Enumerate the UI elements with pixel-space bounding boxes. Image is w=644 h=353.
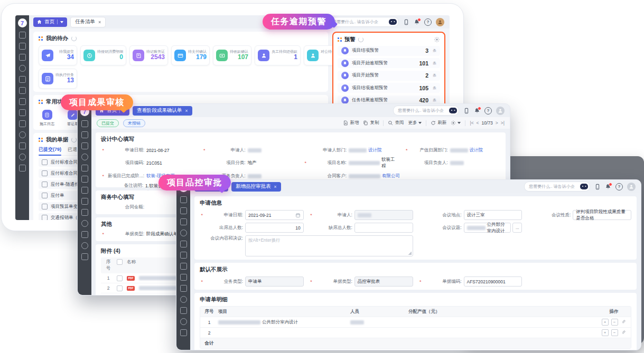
todo-card[interactable]: 待记账凭证2543 [129,45,168,65]
sidebar-folder-icon[interactable] [81,120,88,127]
user-avatar[interactable] [627,183,636,191]
remove-row-icon[interactable]: − [611,319,618,326]
sidebar-folder-icon[interactable] [19,32,26,39]
attend-count-input[interactable]: 10 [245,223,304,233]
sidebar-home-icon[interactable] [81,176,88,183]
next-page-button[interactable]: > [496,120,498,126]
sidebar-history-icon[interactable] [81,242,88,249]
sidebar-wallet-icon[interactable] [81,209,88,216]
sidebar-wallet-icon[interactable] [180,285,187,292]
more-button[interactable]: 更多 [408,120,422,126]
tab-task-list[interactable]: 任务清单 [70,17,106,27]
sidebar-bell-icon[interactable] [180,230,187,236]
sidebar-chart-icon[interactable] [180,307,187,314]
sidebar-tools-icon[interactable] [180,329,187,336]
date-input[interactable]: 2021-09-21 [245,210,304,220]
close-icon[interactable] [274,184,277,189]
last-page-button[interactable]: >| [501,120,505,126]
docs-tab-submitted[interactable]: 已提交(79) [39,146,61,153]
sidebar-book-icon[interactable] [180,218,187,225]
mobile-phone-icon[interactable] [463,108,470,114]
sidebar-tools-icon[interactable] [81,253,88,260]
sidebar-book-icon[interactable] [81,142,88,149]
view-button[interactable]: 查阅 [388,120,404,126]
sidebar-chart-icon[interactable] [19,142,26,149]
mobile-phone-icon[interactable] [594,184,601,190]
assistant-search-input[interactable]: 您需要什么.. 请告诉小企 [393,106,459,116]
assistant-robot-icon[interactable] [580,184,588,189]
select-all-checkbox[interactable] [117,259,123,265]
refresh-button[interactable]: 刷新 [431,120,446,126]
topic-input[interactable]: 公共部分室内设计 [464,223,511,233]
alert-row[interactable]: 项目结项逾期预警105条 [338,83,440,93]
doc-type-input[interactable]: 品控审批表 [354,276,413,287]
assistant-robot-icon[interactable] [449,108,457,113]
sidebar-home-icon[interactable] [19,87,26,94]
settings-gear-button[interactable] [451,120,461,126]
sidebar-chart-icon[interactable] [81,231,88,238]
doc-code-input[interactable]: AFS720210900001 [464,276,522,287]
prev-page-button[interactable]: < [477,120,479,126]
biz-type-input[interactable]: 申请单 [245,276,304,287]
refresh-icon[interactable] [358,37,363,42]
sidebar-wallet-icon[interactable] [19,120,26,127]
todo-card[interactable]: 待执行任务13 [39,69,77,89]
attach-row-icon[interactable] [621,319,627,325]
first-page-button[interactable]: |< [470,120,473,126]
todo-card[interactable]: 待收款确认107 [213,45,251,65]
copy-row-icon[interactable]: + [602,319,609,326]
sidebar-ledger-icon[interactable] [19,43,26,50]
customer-link[interactable]: 有限公司 [382,173,400,179]
notification-bell-icon[interactable] [414,19,420,25]
quick-item[interactable]: 签证单 [67,110,78,127]
row-checkbox[interactable] [117,275,123,281]
topic-more-button[interactable]: ... [512,223,522,233]
sidebar-home-icon[interactable] [180,252,187,259]
sidebar-grid-icon[interactable] [19,98,26,105]
sidebar-shield-icon[interactable] [19,76,26,83]
notification-bell-icon[interactable] [474,108,480,114]
sidebar-gear-icon[interactable] [81,220,88,227]
sidebar-shield-icon[interactable] [180,241,187,247]
help-icon[interactable] [424,18,432,26]
tab-quality-approval[interactable]: 新增品控审批表 [231,182,281,192]
app-logo[interactable]: 7 [18,18,27,27]
nature-input[interactable]: 评判项目阶段性成果质量是否合格 [573,210,631,220]
sidebar-table-icon[interactable] [81,198,88,205]
dept-link[interactable]: 设计院 [368,147,382,154]
close-icon[interactable] [98,19,101,25]
absent-count-input[interactable] [354,223,413,233]
sidebar-grid-icon[interactable] [180,263,187,270]
sidebar-table-icon[interactable] [180,274,187,281]
alert-row[interactable]: 项目结项预警3条 [338,46,440,56]
chevron-down-icon[interactable] [60,21,63,23]
assistant-search-input[interactable]: 您需要什么.. 请告诉小企 [328,17,399,27]
assistant-search-input[interactable]: 您需要什么.. 请告诉小企 [524,182,590,192]
row-checkbox[interactable] [117,285,123,291]
alert-row[interactable]: 项目开始预警2条 [338,71,440,81]
sidebar-grid-icon[interactable] [81,187,88,194]
sidebar-table-icon[interactable] [19,109,26,116]
todo-card[interactable]: 待我提交34 [39,45,77,65]
copy-row-icon[interactable]: + [602,329,609,336]
quick-item[interactable]: 施工日志 [40,110,54,127]
remove-row-icon[interactable]: − [611,329,618,336]
attach-row-icon[interactable] [621,329,627,335]
sidebar-history-icon[interactable] [19,154,26,160]
venue-input[interactable]: 设计三室 [464,210,522,220]
todo-card[interactable]: 待支付确认179 [171,45,210,65]
dept-link[interactable]: 设计院 [470,147,483,154]
sidebar-gear-icon[interactable] [180,296,187,303]
alerts-settings-gear-icon[interactable] [434,36,440,43]
sidebar-folder-icon[interactable] [180,196,187,203]
refresh-icon[interactable] [71,137,77,142]
sidebar-gear-icon[interactable] [19,131,26,138]
sidebar-ledger-icon[interactable] [81,131,88,138]
copy-button[interactable]: 复制 [363,120,379,126]
notification-bell-icon[interactable] [605,184,611,190]
sidebar-ledger-icon[interactable] [180,207,187,214]
applicant-input[interactable] [354,210,413,220]
sidebar-book-icon[interactable] [19,54,26,61]
home-pill[interactable]: 首页 [33,17,67,27]
todo-card[interactable]: 员工待归还借款1 [255,45,301,65]
